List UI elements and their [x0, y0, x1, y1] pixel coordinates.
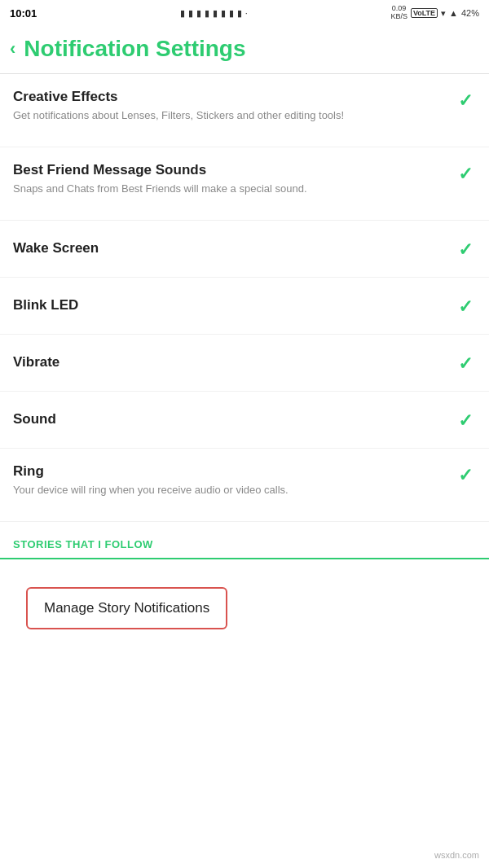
- checkmark-best-friend-sounds: ✓: [458, 164, 473, 185]
- setting-title-ring: Ring: [13, 463, 445, 480]
- page-title: Notification Settings: [24, 36, 245, 62]
- data-speed: 0.09KB/S: [390, 5, 408, 21]
- snapchat-icon2: ▮: [205, 8, 209, 19]
- setting-text-creative-effects: Creative EffectsGet notifications about …: [13, 89, 458, 123]
- setting-title-sound: Sound: [13, 411, 445, 427]
- stories-section-header: STORIES THAT I FOLLOW: [0, 522, 489, 558]
- status-time: 10:01: [10, 7, 37, 20]
- setting-item-wake-screen[interactable]: Wake Screen✓: [0, 221, 489, 278]
- setting-text-vibrate: Vibrate: [13, 354, 458, 372]
- instagram-icon: ▮: [188, 8, 193, 19]
- setting-item-blink-led[interactable]: Blink LED✓: [0, 278, 489, 335]
- setting-text-blink-led: Blink LED: [13, 297, 458, 315]
- status-bar: 10:01 ▮ ▮ ▮ ▮ ▮ ▮ ▮ ▮ · 0.09KB/S VoLTE ▾…: [0, 0, 489, 26]
- checkmark-ring: ✓: [458, 465, 473, 486]
- battery-percent: 42%: [461, 8, 479, 18]
- setting-description-best-friend-sounds: Snaps and Chats from Best Friends will m…: [13, 182, 445, 196]
- setting-title-vibrate: Vibrate: [13, 354, 445, 370]
- settings-list: Creative EffectsGet notifications about …: [0, 74, 489, 522]
- snapchat-icon1: ▮: [196, 8, 201, 19]
- checkmark-wake-screen: ✓: [458, 239, 473, 261]
- setting-item-creative-effects[interactable]: Creative EffectsGet notifications about …: [0, 74, 489, 147]
- setting-item-ring[interactable]: RingYour device will ring when you recei…: [0, 449, 489, 522]
- wifi-icon: ▾: [441, 8, 446, 19]
- setting-title-blink-led: Blink LED: [13, 297, 445, 313]
- setting-title-creative-effects: Creative Effects: [13, 89, 445, 105]
- twitter-icon1: ▮: [229, 8, 234, 19]
- watermark: wsxdn.com: [431, 848, 482, 861]
- setting-text-wake-screen: Wake Screen: [13, 240, 458, 258]
- header: ‹ Notification Settings: [0, 26, 489, 73]
- setting-title-wake-screen: Wake Screen: [13, 240, 445, 256]
- manage-story-label: Manage Story Notifications: [44, 600, 209, 616]
- manage-story-notifications-button[interactable]: Manage Story Notifications: [26, 587, 227, 629]
- snapchat-icon3: ▮: [213, 8, 218, 19]
- app-icon: ▮: [221, 8, 226, 19]
- setting-text-best-friend-sounds: Best Friend Message SoundsSnaps and Chat…: [13, 162, 458, 196]
- setting-item-best-friend-sounds[interactable]: Best Friend Message SoundsSnaps and Chat…: [0, 147, 489, 221]
- checkmark-vibrate: ✓: [458, 353, 473, 375]
- setting-item-sound[interactable]: Sound✓: [0, 392, 489, 449]
- checkmark-creative-effects: ✓: [458, 90, 473, 112]
- twitter-icon2: ▮: [237, 8, 242, 19]
- setting-description-ring: Your device will ring when you receive a…: [13, 483, 445, 498]
- facebook-icon: ▮: [180, 8, 185, 19]
- signal-icon: ▲: [449, 8, 458, 18]
- setting-title-best-friend-sounds: Best Friend Message Sounds: [13, 162, 445, 178]
- volte-badge: VoLTE: [411, 8, 438, 18]
- checkmark-sound: ✓: [458, 410, 473, 432]
- dot-separator: ·: [245, 8, 248, 18]
- checkmark-blink-led: ✓: [458, 296, 473, 318]
- status-right: 0.09KB/S VoLTE ▾ ▲ 42%: [390, 5, 479, 21]
- setting-text-ring: RingYour device will ring when you recei…: [13, 463, 458, 498]
- status-icons: ▮ ▮ ▮ ▮ ▮ ▮ ▮ ▮ ·: [180, 8, 248, 19]
- setting-item-vibrate[interactable]: Vibrate✓: [0, 335, 489, 392]
- setting-description-creative-effects: Get notifications about Lenses, Filters,…: [13, 108, 445, 123]
- back-button[interactable]: ‹: [10, 38, 15, 59]
- stories-section-label: STORIES THAT I FOLLOW: [13, 538, 153, 550]
- setting-text-sound: Sound: [13, 411, 458, 429]
